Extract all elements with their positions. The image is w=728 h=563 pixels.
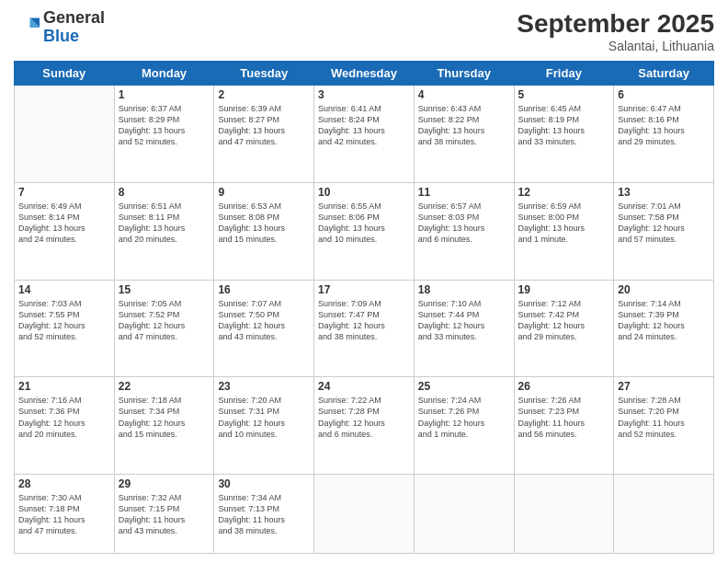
calendar-cell: 26Sunrise: 7:26 AM Sunset: 7:23 PM Dayli… [514,377,614,475]
day-info: Sunrise: 7:01 AM Sunset: 7:58 PM Dayligh… [618,201,710,246]
calendar-cell: 5Sunrise: 6:45 AM Sunset: 8:19 PM Daylig… [514,86,614,183]
weekday-header-sunday: Sunday [15,62,115,86]
calendar-cell [414,475,514,554]
calendar-cell: 16Sunrise: 7:07 AM Sunset: 7:50 PM Dayli… [214,280,314,377]
calendar-cell: 3Sunrise: 6:41 AM Sunset: 8:24 PM Daylig… [314,86,415,183]
day-number: 7 [18,186,110,199]
day-number: 28 [18,477,110,490]
day-number: 6 [618,88,710,101]
month-title: September 2025 [517,9,714,39]
calendar-cell [514,475,614,554]
day-number: 23 [218,380,310,393]
weekday-header-monday: Monday [114,62,214,86]
day-info: Sunrise: 6:57 AM Sunset: 8:03 PM Dayligh… [418,201,510,246]
calendar-cell: 2Sunrise: 6:39 AM Sunset: 8:27 PM Daylig… [214,86,314,183]
calendar-cell: 25Sunrise: 7:24 AM Sunset: 7:26 PM Dayli… [414,377,514,475]
day-info: Sunrise: 7:30 AM Sunset: 7:18 PM Dayligh… [18,492,110,537]
page: General Blue September 2025 Salantai, Li… [0,0,728,563]
day-info: Sunrise: 7:03 AM Sunset: 7:55 PM Dayligh… [18,298,110,343]
title-section: September 2025 Salantai, Lithuania [517,9,714,53]
day-info: Sunrise: 7:20 AM Sunset: 7:31 PM Dayligh… [218,395,310,440]
week-row-4: 21Sunrise: 7:16 AM Sunset: 7:36 PM Dayli… [15,377,714,475]
day-number: 4 [418,88,510,101]
calendar-cell [15,86,115,183]
logo: General Blue [14,9,105,46]
day-info: Sunrise: 7:26 AM Sunset: 7:23 PM Dayligh… [518,395,610,440]
day-number: 16 [218,283,310,296]
day-info: Sunrise: 7:32 AM Sunset: 7:15 PM Dayligh… [119,492,210,537]
day-number: 8 [119,186,210,199]
day-info: Sunrise: 6:43 AM Sunset: 8:22 PM Dayligh… [418,103,510,148]
calendar-cell: 12Sunrise: 6:59 AM Sunset: 8:00 PM Dayli… [514,182,614,280]
calendar-cell: 1Sunrise: 6:37 AM Sunset: 8:29 PM Daylig… [114,86,214,183]
day-number: 19 [518,283,610,296]
day-number: 25 [418,380,510,393]
logo-blue: Blue [43,27,79,45]
calendar-cell: 20Sunrise: 7:14 AM Sunset: 7:39 PM Dayli… [614,280,714,377]
day-number: 18 [418,283,510,296]
day-info: Sunrise: 6:49 AM Sunset: 8:14 PM Dayligh… [18,201,110,246]
day-info: Sunrise: 7:22 AM Sunset: 7:28 PM Dayligh… [318,395,410,440]
day-info: Sunrise: 6:53 AM Sunset: 8:08 PM Dayligh… [218,201,310,246]
day-info: Sunrise: 6:59 AM Sunset: 8:00 PM Dayligh… [518,201,610,246]
weekday-header-row: SundayMondayTuesdayWednesdayThursdayFrid… [15,62,714,86]
day-number: 10 [318,186,410,199]
calendar-cell: 13Sunrise: 7:01 AM Sunset: 7:58 PM Dayli… [614,182,714,280]
day-info: Sunrise: 7:24 AM Sunset: 7:26 PM Dayligh… [418,395,510,440]
weekday-header-thursday: Thursday [414,62,514,86]
day-info: Sunrise: 6:39 AM Sunset: 8:27 PM Dayligh… [218,103,310,148]
day-number: 24 [318,380,410,393]
calendar-cell: 11Sunrise: 6:57 AM Sunset: 8:03 PM Dayli… [414,182,514,280]
day-info: Sunrise: 6:55 AM Sunset: 8:06 PM Dayligh… [318,201,410,246]
day-number: 9 [218,186,310,199]
day-number: 1 [119,88,210,101]
day-info: Sunrise: 7:28 AM Sunset: 7:20 PM Dayligh… [618,395,710,440]
day-number: 30 [218,477,310,490]
logo-text: General Blue [43,9,105,46]
week-row-5: 28Sunrise: 7:30 AM Sunset: 7:18 PM Dayli… [15,475,714,554]
logo-icon [14,15,40,40]
calendar-cell [314,475,415,554]
weekday-header-tuesday: Tuesday [214,62,314,86]
day-number: 13 [618,186,710,199]
calendar-cell: 21Sunrise: 7:16 AM Sunset: 7:36 PM Dayli… [15,377,115,475]
calendar-cell: 18Sunrise: 7:10 AM Sunset: 7:44 PM Dayli… [414,280,514,377]
calendar-cell: 10Sunrise: 6:55 AM Sunset: 8:06 PM Dayli… [314,182,415,280]
calendar-cell: 15Sunrise: 7:05 AM Sunset: 7:52 PM Dayli… [114,280,214,377]
day-number: 12 [518,186,610,199]
calendar-cell: 27Sunrise: 7:28 AM Sunset: 7:20 PM Dayli… [614,377,714,475]
day-number: 20 [618,283,710,296]
calendar-cell: 29Sunrise: 7:32 AM Sunset: 7:15 PM Dayli… [114,475,214,554]
calendar-cell: 14Sunrise: 7:03 AM Sunset: 7:55 PM Dayli… [15,280,115,377]
calendar-cell: 9Sunrise: 6:53 AM Sunset: 8:08 PM Daylig… [214,182,314,280]
calendar-cell: 8Sunrise: 6:51 AM Sunset: 8:11 PM Daylig… [114,182,214,280]
day-number: 3 [318,88,410,101]
day-info: Sunrise: 6:41 AM Sunset: 8:24 PM Dayligh… [318,103,410,148]
day-info: Sunrise: 6:45 AM Sunset: 8:19 PM Dayligh… [518,103,610,148]
calendar-cell: 23Sunrise: 7:20 AM Sunset: 7:31 PM Dayli… [214,377,314,475]
calendar-cell: 28Sunrise: 7:30 AM Sunset: 7:18 PM Dayli… [15,475,115,554]
day-info: Sunrise: 7:34 AM Sunset: 7:13 PM Dayligh… [218,492,310,537]
day-number: 2 [218,88,310,101]
header: General Blue September 2025 Salantai, Li… [14,9,714,53]
day-info: Sunrise: 6:37 AM Sunset: 8:29 PM Dayligh… [119,103,210,148]
logo-general: General [43,8,105,27]
week-row-2: 7Sunrise: 6:49 AM Sunset: 8:14 PM Daylig… [15,182,714,280]
day-number: 21 [18,380,110,393]
calendar: SundayMondayTuesdayWednesdayThursdayFrid… [14,61,714,554]
day-info: Sunrise: 6:47 AM Sunset: 8:16 PM Dayligh… [618,103,710,148]
day-info: Sunrise: 7:18 AM Sunset: 7:34 PM Dayligh… [119,395,210,440]
day-number: 14 [18,283,110,296]
calendar-cell [614,475,714,554]
day-info: Sunrise: 7:16 AM Sunset: 7:36 PM Dayligh… [18,395,110,440]
location: Salantai, Lithuania [517,39,714,53]
calendar-cell: 30Sunrise: 7:34 AM Sunset: 7:13 PM Dayli… [214,475,314,554]
calendar-cell: 22Sunrise: 7:18 AM Sunset: 7:34 PM Dayli… [114,377,214,475]
day-info: Sunrise: 7:12 AM Sunset: 7:42 PM Dayligh… [518,298,610,343]
calendar-cell: 24Sunrise: 7:22 AM Sunset: 7:28 PM Dayli… [314,377,415,475]
day-number: 11 [418,186,510,199]
day-number: 26 [518,380,610,393]
day-info: Sunrise: 7:10 AM Sunset: 7:44 PM Dayligh… [418,298,510,343]
day-info: Sunrise: 7:09 AM Sunset: 7:47 PM Dayligh… [318,298,410,343]
day-number: 17 [318,283,410,296]
